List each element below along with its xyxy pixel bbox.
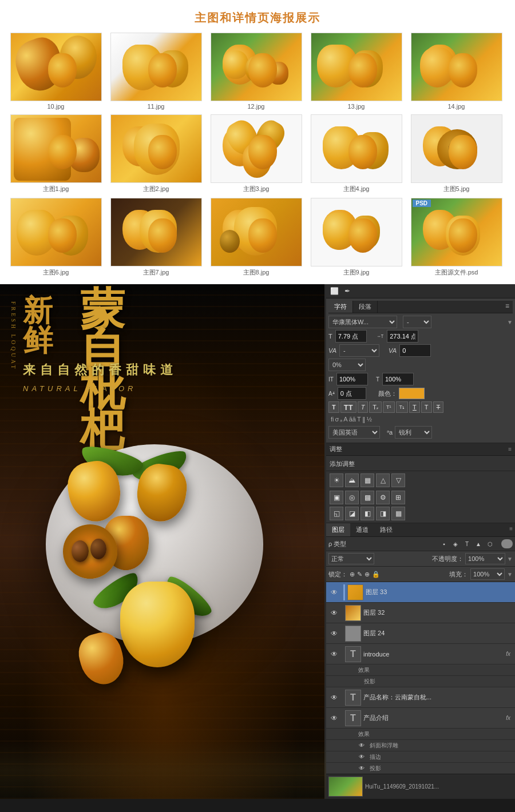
adj-gradient[interactable]: ▽ [391, 473, 405, 487]
scale-v-input[interactable] [336, 373, 368, 385]
lock-pos-icon[interactable]: ⊕ [365, 571, 370, 578]
image-cell-psd[interactable]: PSD 主图源文件.psd [406, 198, 506, 277]
image-label-main8: 主图8.jpg [243, 268, 270, 277]
layer-item-33[interactable]: 👁 图层 33 [326, 582, 515, 603]
layer-fx-introduce: fx [506, 651, 510, 657]
adj-icons-row1: ☀ ⛰ ▦ △ ▽ [326, 471, 515, 489]
filter-pixel[interactable]: ▪ [439, 539, 449, 549]
effect-pi-bevel-eye[interactable]: 👁 [357, 741, 366, 750]
image-cell-main3[interactable]: 主图3.jpg [206, 114, 306, 193]
ps-tool-icon-2[interactable]: ✒ [342, 285, 353, 297]
sharp-dropdown[interactable]: 锐利 [395, 426, 432, 439]
adj-selective[interactable]: ◨ [376, 507, 390, 520]
layer-item-product-intro[interactable]: 👁 T 产品介绍 fx [326, 708, 515, 729]
language-dropdown[interactable]: 美国英语 [328, 426, 380, 439]
image-cell-main6[interactable]: 主图6.jpg [6, 198, 106, 277]
layer-eye-33[interactable]: 👁 [328, 587, 340, 598]
filter-type[interactable]: T [462, 539, 472, 549]
image-cell-12[interactable]: 12.jpg [206, 33, 306, 110]
baseline-input[interactable] [338, 387, 366, 400]
leading-auto[interactable]: - [339, 344, 379, 357]
typo-sub[interactable]: T₁ [396, 401, 409, 413]
char-panel-menu[interactable]: ≡ [502, 301, 513, 313]
typo-t8[interactable]: T [421, 401, 432, 413]
char-tab-paragraph[interactable]: 段落 [353, 301, 378, 313]
adj-photo[interactable]: ⊞ [391, 491, 405, 504]
image-cell-main5[interactable]: 主图5.jpg [406, 114, 506, 193]
filter-shape[interactable]: ▲ [473, 539, 484, 549]
typo-tt[interactable]: TT [340, 401, 356, 413]
fi-sigma: σ [335, 416, 339, 423]
layer-item-introduce[interactable]: 👁 T introduce fx [326, 644, 515, 664]
layer-item-product-name[interactable]: 👁 T 产品名称：云南蒙自枇... [326, 687, 515, 708]
font-style-dropdown[interactable]: - [403, 316, 431, 328]
layers-tab-channels[interactable]: 通道 [350, 523, 374, 536]
adj-brightness[interactable]: ☀ [330, 473, 343, 487]
layer-eye-product-intro[interactable]: 👁 [328, 713, 340, 724]
fill-arrow[interactable]: ▼ [507, 571, 513, 578]
image-cell-main2[interactable]: 主图2.jpg [106, 114, 206, 193]
adj-gradient2[interactable]: ▦ [391, 507, 405, 520]
layer-eye-24[interactable]: 👁 [328, 628, 340, 639]
filter-smart[interactable]: ⬡ [485, 539, 495, 549]
typo-strike[interactable]: T [433, 401, 444, 413]
adj-threshold[interactable]: ◧ [360, 507, 374, 520]
char-tab-character[interactable]: 字符 [328, 301, 353, 313]
layer-eye-product-name[interactable]: 👁 [328, 692, 340, 703]
filter-toggle[interactable] [501, 539, 513, 548]
tracking-input[interactable] [387, 330, 418, 343]
effect-pi-stroke-eye[interactable]: 👁 [357, 753, 366, 762]
image-cell-main9[interactable]: 主图9.jpg [306, 198, 406, 277]
image-cell-main1[interactable]: 主图1.jpg [6, 114, 106, 193]
ps-tool-icon-1[interactable]: ⬜ [328, 285, 340, 297]
blend-mode-dropdown[interactable]: 正常 [328, 553, 374, 564]
lock-image-icon[interactable]: ✎ [357, 571, 362, 578]
layer-eye-32[interactable]: 👁 [328, 607, 340, 619]
layers-menu[interactable]: ≡ [507, 523, 515, 536]
typo-tr[interactable]: Tᵣ [369, 401, 382, 413]
char-panel-arrow[interactable]: ▼ [507, 319, 513, 325]
typo-super[interactable]: T¹ [383, 401, 395, 413]
image-cell-main7[interactable]: 主图7.jpg [106, 198, 206, 277]
adj-levels[interactable]: ▦ [360, 473, 374, 487]
image-thumb-main8 [211, 198, 302, 266]
typo-bold[interactable]: T [328, 401, 339, 413]
image-cell-10[interactable]: 10.jpg [6, 33, 106, 110]
typo-underline[interactable]: T [409, 401, 420, 413]
layer-effect-pi-stroke: 👁 描边 [326, 751, 515, 763]
adj-saturation[interactable]: △ [376, 473, 390, 487]
image-cell-11[interactable]: 11.jpg [106, 33, 206, 110]
image-thumb-13 [311, 33, 402, 101]
image-cell-main8[interactable]: 主图8.jpg [206, 198, 306, 277]
adj-vibrance[interactable]: ⚙ [376, 491, 390, 504]
lock-all-icon[interactable]: 🔒 [372, 571, 380, 578]
adj-colorbal[interactable]: ◎ [345, 491, 359, 504]
image-cell-main4[interactable]: 主图4.jpg [306, 114, 406, 193]
filter-adjust[interactable]: ◈ [450, 539, 461, 549]
adj-bw[interactable]: ▩ [360, 491, 374, 504]
image-cell-13[interactable]: 13.jpg [306, 33, 406, 110]
layers-tab-paths[interactable]: 路径 [374, 523, 398, 536]
adj-curves[interactable]: ⛰ [345, 473, 359, 487]
layer-item-24[interactable]: 👁 图层 24 [326, 623, 515, 644]
layers-tab-layers[interactable]: 图层 [326, 523, 350, 536]
scale-h-dropdown[interactable]: 0% [328, 359, 366, 371]
fill-dropdown[interactable]: 100% [470, 568, 505, 580]
adj-invert[interactable]: ◱ [330, 507, 343, 520]
font-size-input[interactable] [335, 330, 367, 343]
layer-item-32[interactable]: 👁 图层 32 [326, 603, 515, 623]
lock-move-icon[interactable]: ⊕ [350, 571, 355, 578]
opacity-dropdown[interactable]: 100% [465, 553, 505, 564]
scale-h-input[interactable] [382, 373, 414, 385]
opacity-arrow[interactable]: ▼ [507, 556, 513, 562]
adj-hue[interactable]: ▣ [330, 491, 343, 504]
layer-eye-introduce[interactable]: 👁 [328, 648, 340, 660]
effect-pi-shadow-eye[interactable]: 👁 [357, 764, 366, 773]
kerning-input[interactable] [399, 344, 431, 357]
font-name-dropdown[interactable]: 华康黑体W... [328, 316, 397, 328]
color-swatch[interactable] [399, 388, 425, 399]
adj-menu[interactable]: ≡ [508, 446, 512, 452]
image-cell-14[interactable]: 14.jpg [406, 33, 506, 110]
typo-italic[interactable]: T [358, 401, 369, 413]
adj-posterize[interactable]: ◪ [345, 507, 359, 520]
